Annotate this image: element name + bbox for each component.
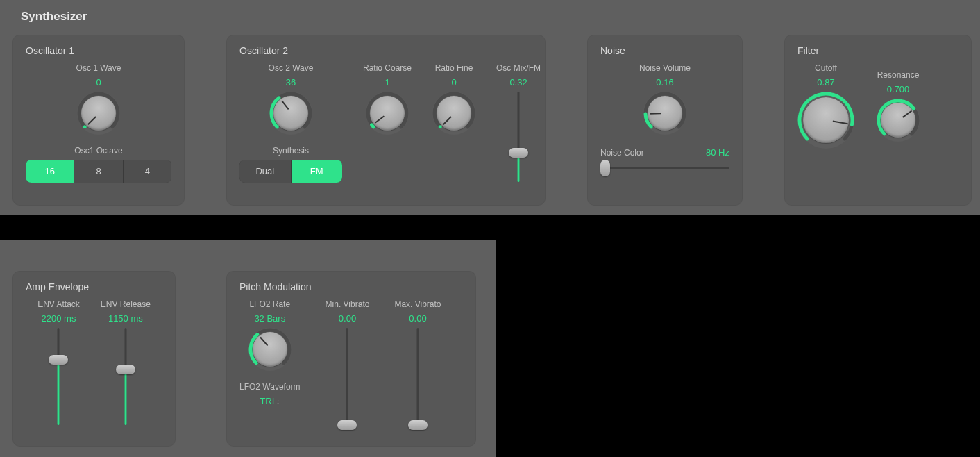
pitch-lfo-rate-knob[interactable] [248, 328, 292, 371]
osc2-ratio-fine-knob[interactable] [432, 92, 475, 135]
amp-release-slider[interactable] [115, 328, 137, 425]
panel-pitch-modulation: Pitch Modulation LFO2 Rate 32 Bars LFO2 … [226, 271, 476, 447]
panel-title: Filter [797, 45, 958, 56]
panel-noise: Noise Noise Volume 0.16 Noise Color 80 H… [587, 35, 743, 206]
osc2-ratio-fine-label: Ratio Fine [435, 63, 473, 73]
panel-title: Noise [600, 45, 729, 56]
osc2-wave-label: Osc 2 Wave [269, 63, 314, 73]
noise-color-value: 80 Hz [706, 147, 729, 158]
amp-release-label: ENV Release [101, 299, 151, 309]
noise-volume-label: Noise Volume [639, 63, 691, 73]
osc1-octave-segment: 1684 [26, 160, 171, 183]
osc2-mix-label: Osc Mix/FM [496, 63, 541, 73]
noise-color-label: Noise Color [600, 148, 644, 158]
osc2-mix-slider[interactable] [507, 92, 530, 182]
pitch-lfo-waveform-label: LFO2 Waveform [239, 382, 301, 392]
pitch-lfo-rate-label: LFO2 Rate [249, 299, 290, 309]
panel-amp-envelope: Amp Envelope ENV Attack 2200 ms ENV Rele… [12, 271, 176, 447]
pitch-max-vibrato-value: 0.00 [409, 313, 426, 324]
pitch-min-vibrato-value: 0.00 [339, 313, 356, 324]
osc1-wave-label: Osc 1 Wave [76, 63, 121, 73]
segment-option[interactable]: 4 [124, 160, 171, 183]
panel-title: Pitch Modulation [239, 281, 463, 292]
osc2-ratio-coarse-label: Ratio Coarse [363, 63, 412, 73]
pitch-min-vibrato-slider[interactable] [336, 328, 358, 425]
filter-cutoff-value: 0.87 [817, 77, 834, 88]
panel-title: Oscillator 2 [239, 45, 532, 56]
osc2-synthesis-label: Synthesis [273, 146, 309, 156]
noise-volume-knob[interactable] [643, 92, 686, 135]
pitch-max-vibrato-label: Max. Vibrato [394, 299, 441, 309]
amp-attack-label: ENV Attack [37, 299, 80, 309]
panel-filter: Filter Cutoff 0.87 Resonance 0.700 [784, 35, 972, 206]
noise-color-slider[interactable] [600, 162, 729, 174]
filter-resonance-label: Resonance [877, 70, 920, 80]
pitch-max-vibrato-slider[interactable] [407, 328, 429, 425]
segment-option[interactable]: FM [292, 160, 343, 183]
amp-attack-slider[interactable] [47, 328, 69, 425]
osc2-wave-value: 36 [286, 77, 296, 88]
panel-oscillator-1: Oscillator 1 Osc 1 Wave 0 Osc1 Octave 16… [12, 35, 185, 206]
filter-cutoff-label: Cutoff [815, 63, 837, 73]
osc2-synthesis-segment: DualFM [239, 160, 342, 183]
pitch-lfo-rate-value: 32 Bars [254, 313, 285, 324]
pitch-min-vibrato-label: Min. Vibrato [326, 299, 370, 309]
osc2-mix-value: 0.32 [509, 77, 527, 88]
filter-resonance-knob[interactable] [877, 99, 920, 142]
panel-title: Amp Envelope [26, 281, 162, 292]
osc2-ratio-coarse-knob[interactable] [366, 92, 409, 135]
osc1-wave-knob[interactable] [77, 92, 120, 135]
osc2-ratio-fine-value: 0 [451, 77, 456, 88]
panel-title: Oscillator 1 [26, 45, 171, 56]
segment-option[interactable]: 16 [26, 160, 74, 183]
osc1-octave-label: Osc1 Octave [74, 146, 122, 156]
pitch-lfo-waveform-select[interactable]: TRI [260, 396, 280, 406]
panel-oscillator-2: Oscillator 2 Osc 2 Wave 36 Synthesis Dua… [226, 35, 546, 206]
filter-resonance-value: 0.700 [887, 84, 910, 94]
amp-release-value: 1150 ms [108, 313, 143, 324]
page-title: Synthesizer [21, 10, 87, 24]
filter-cutoff-knob[interactable] [797, 92, 854, 149]
noise-volume-value: 0.16 [656, 77, 673, 88]
segment-option[interactable]: Dual [239, 160, 292, 183]
segment-option[interactable]: 8 [74, 160, 123, 183]
osc2-wave-knob[interactable] [269, 92, 312, 135]
osc1-wave-value: 0 [96, 77, 101, 88]
amp-attack-value: 2200 ms [42, 313, 76, 324]
osc2-ratio-coarse-value: 1 [385, 77, 389, 88]
